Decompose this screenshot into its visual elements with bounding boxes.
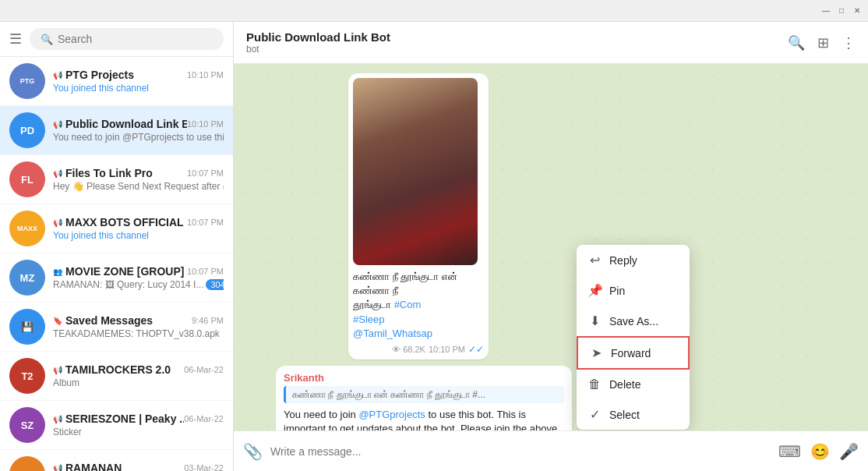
message-text-area: கண்ணா நீ தூங்குடா என் கண்ணா நீதூங்குடா #… (353, 270, 484, 341)
chat-time: 10:07 PM (187, 168, 224, 178)
chat-time: 03-Mar-22 (184, 463, 224, 471)
chat-preview: You joined this channel (53, 83, 224, 94)
image-message-bubble[interactable]: கண்ணா நீ தூங்குடா என் கண்ணா நீதூங்குடா #… (348, 73, 489, 359)
message-sender: Srikanth (284, 372, 564, 384)
chat-item-tamil[interactable]: T2 📢 TAMILROCKERS 2.0 06-Mar-22 Album (0, 352, 233, 401)
chat-top: 📢 Public Download Link Bot 10:10 PM (53, 118, 224, 130)
chat-info: 👥 MOVIE ZONE [GROUP] 10:07 PM RAMANAN: 🖼… (53, 265, 224, 290)
chat-preview: You joined this channel (53, 230, 224, 241)
chat-item-maxx[interactable]: MAXX 📢 MAXX BOTS OFFICIAL ™ 10:07 PM You… (0, 204, 233, 253)
chat-item-pdl[interactable]: PD 📢 Public Download Link Bot 10:10 PM Y… (0, 106, 233, 155)
columns-icon[interactable]: ⊞ (817, 34, 829, 51)
chat-item-movie[interactable]: MZ 👥 MOVIE ZONE [GROUP] 10:07 PM RAMANAN… (0, 253, 233, 303)
chat-time: 10:07 PM (187, 267, 224, 276)
chat-name: 📢 PTG Projects (53, 69, 134, 81)
menu-label-delete: Delete (609, 378, 640, 391)
attach-icon[interactable]: 📎 (243, 442, 263, 461)
context-menu-item-forward[interactable]: ➤ Forward (577, 336, 690, 370)
chat-item-saved[interactable]: 💾 🔖 Saved Messages 9:46 PM TEAKADAMEMES:… (0, 303, 233, 352)
bot-reply-bubble[interactable]: Srikanth கண்ணா நீ தூங்குடா என் கண்ணா நீ … (276, 366, 572, 430)
chat-item-ramanan[interactable]: RA 📢 RAMANAN 03-Mar-22 Scam 1992 Tamil S… (0, 450, 233, 471)
chat-info: 📢 Public Download Link Bot 10:10 PM You … (53, 118, 224, 143)
chat-preview: You need to join @PTGprojects to use thi… (53, 132, 224, 143)
context-menu-item-select[interactable]: ✓ Select (577, 399, 690, 430)
chat-avatar: SZ (9, 407, 45, 443)
chat-top: 📢 SERIESZONE | Peaky ... 06-Mar-22 (53, 413, 224, 425)
eye-icon: 👁 (392, 345, 400, 354)
sidebar: ☰ 🔍 PTG 📢 PTG Projects 10:10 PM You join… (0, 22, 234, 471)
chat-avatar: MZ (9, 260, 45, 296)
menu-icon-save_as: ⬇ (587, 313, 602, 328)
chat-area: Public Download Link Bot bot 🔍 ⊞ ⋮ (234, 22, 868, 471)
chat-name: 📢 Public Download Link Bot (53, 118, 187, 130)
chat-preview: RAMANAN: 🖼 Query: Lucy 2014 I...304 (53, 279, 224, 290)
chat-avatar: T2 (9, 358, 45, 394)
chat-avatar: PTG (9, 63, 45, 99)
search-chat-icon[interactable]: 🔍 (788, 34, 805, 51)
context-menu-item-delete[interactable]: 🗑 Delete (577, 370, 690, 399)
menu-label-select: Select (609, 409, 640, 421)
app-container: ☰ 🔍 PTG 📢 PTG Projects 10:10 PM You join… (0, 22, 868, 471)
chat-info: 🔖 Saved Messages 9:46 PM TEAKADAMEMES: T… (53, 314, 224, 339)
emoji-icon[interactable]: 😊 (810, 442, 830, 461)
menu-icon-pin: 📌 (587, 283, 602, 298)
context-menu-item-pin[interactable]: 📌 Pin (577, 275, 690, 306)
chat-list: PTG 📢 PTG Projects 10:10 PM You joined t… (0, 57, 233, 471)
chat-header-status: bot (246, 44, 778, 55)
chat-header-actions: 🔍 ⊞ ⋮ (788, 34, 856, 51)
menu-label-pin: Pin (609, 285, 625, 297)
chat-time: 10:10 PM (187, 119, 224, 129)
chat-preview: Sticker (53, 427, 224, 437)
chat-info: 📢 SERIESZONE | Peaky ... 06-Mar-22 Stick… (53, 413, 224, 437)
maximize-button[interactable]: □ (837, 6, 846, 16)
chat-item-ptg[interactable]: PTG 📢 PTG Projects 10:10 PM You joined t… (0, 57, 233, 106)
context-menu-item-reply[interactable]: ↩ Reply (577, 245, 690, 275)
chat-item-series[interactable]: SZ 📢 SERIESZONE | Peaky ... 06-Mar-22 St… (0, 401, 233, 450)
command-icon[interactable]: ⌨ (778, 442, 801, 461)
menu-icon-forward: ➤ (589, 345, 603, 360)
chat-time: 9:46 PM (192, 316, 224, 325)
image-placeholder (353, 78, 478, 265)
reply-preview: கண்ணா நீ தூங்குடா என் கண்ணா நீ தூங்குடா … (284, 386, 564, 403)
message-views: 👁 68.2K (392, 345, 425, 354)
chat-item-ftl[interactable]: FL 📢 Files To Link Pro 10:07 PM Hey 👋 Pl… (0, 155, 233, 204)
chat-name: 📢 RAMANAN (53, 462, 122, 471)
chat-name: 📢 SERIESZONE | Peaky ... (53, 413, 184, 425)
chat-preview: Album (53, 377, 224, 388)
menu-icon-delete: 🗑 (587, 377, 602, 391)
chat-top: 🔖 Saved Messages 9:46 PM (53, 314, 224, 327)
minimize-button[interactable]: — (821, 6, 831, 16)
messages-container: கண்ணா நீ தூங்குடா என் கண்ணா நீதூங்குடா #… (234, 64, 868, 430)
chat-info: 📢 RAMANAN 03-Mar-22 Scam 1992 Tamil S1 E… (53, 462, 224, 471)
context-menu-item-save_as[interactable]: ⬇ Save As... (577, 306, 690, 336)
chat-preview: Hey 👋 Please Send Next Request after ( .… (53, 181, 224, 192)
chat-name: 📢 Files To Link Pro (53, 167, 153, 179)
chat-avatar: FL (9, 161, 45, 197)
message-input[interactable] (270, 445, 771, 458)
messages-background: கண்ணா நீ தூங்குடா என் கண்ணா நீதூங்குடா #… (234, 64, 868, 430)
menu-icon-reply: ↩ (587, 253, 602, 267)
chat-preview: TEAKADAMEMES: THOPTV_v38.0.apk (53, 328, 224, 339)
message-checkmark: ✓✓ (468, 344, 484, 355)
chat-avatar: MAXX (9, 211, 45, 246)
close-button[interactable]: ✕ (852, 6, 862, 16)
mic-icon[interactable]: 🎤 (839, 442, 859, 461)
search-box[interactable]: 🔍 (30, 28, 224, 50)
menu-label-save_as: Save As... (609, 315, 658, 328)
chat-info: 📢 Files To Link Pro 10:07 PM Hey 👋 Pleas… (53, 167, 224, 192)
chat-header-info: Public Download Link Bot bot (246, 30, 778, 55)
menu-icon-select: ✓ (587, 407, 602, 422)
chat-info: 📢 MAXX BOTS OFFICIAL ™ 10:07 PM You join… (53, 216, 224, 241)
search-input[interactable] (58, 33, 213, 45)
more-icon[interactable]: ⋮ (842, 34, 856, 51)
hamburger-icon[interactable]: ☰ (9, 30, 22, 48)
chat-name: 🔖 Saved Messages (53, 314, 153, 327)
chat-top: 📢 Files To Link Pro 10:07 PM (53, 167, 224, 179)
chat-info: 📢 TAMILROCKERS 2.0 06-Mar-22 Album (53, 363, 224, 388)
chat-name: 👥 MOVIE ZONE [GROUP] (53, 265, 184, 278)
menu-label-reply: Reply (609, 254, 637, 267)
channel-message-wrapper: கண்ணா நீ தூங்குடா என் கண்ணா நீதூங்குடா #… (348, 73, 753, 359)
chat-avatar: PD (9, 112, 45, 148)
chat-top: 👥 MOVIE ZONE [GROUP] 10:07 PM (53, 265, 224, 278)
chat-avatar: RA (9, 456, 45, 471)
